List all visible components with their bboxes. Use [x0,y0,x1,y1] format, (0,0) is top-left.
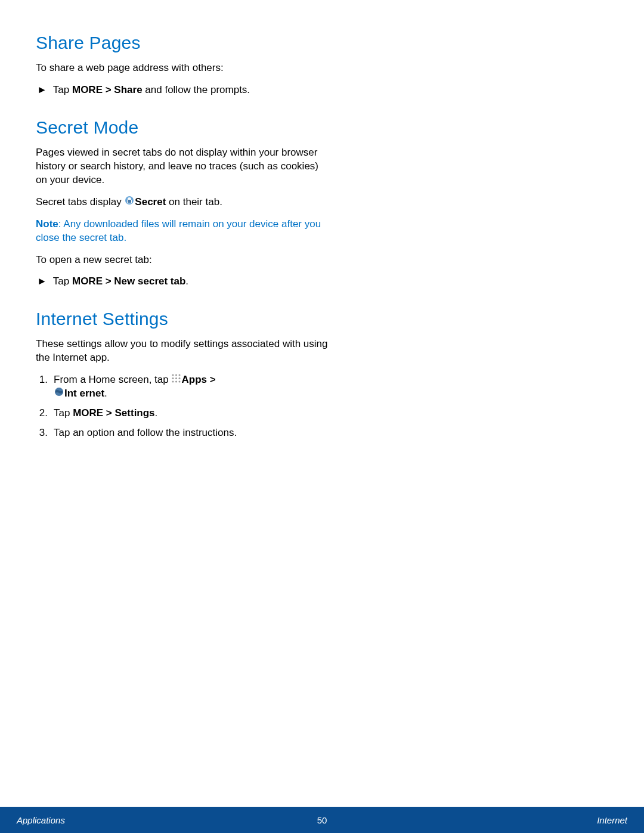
text-suffix: . [104,388,107,399]
text-bold: MORE > Share [72,84,143,95]
settings-step-2: 2. Tap MORE > Settings. [37,407,328,420]
text-suffix: and follow the prompts. [143,84,250,95]
svg-point-4 [179,374,181,376]
secret-p1: Pages viewed in secret tabs do not displ… [36,146,328,187]
svg-point-9 [175,381,177,383]
list-number: 1. [37,373,48,387]
step-text: Tap an option and follow the instruction… [54,426,237,440]
secret-p3: To open a new secret tab: [36,253,328,267]
section-share-pages: Share Pages To share a web page address … [36,33,328,97]
svg-rect-1 [128,200,131,203]
page-footer: Applications 50 Internet [0,807,644,833]
step-text: Tap MORE > Settings. [54,407,157,420]
text-prefix: Secret tabs display [36,196,124,208]
secret-lock-globe-icon [125,196,134,209]
text-bold: Secret [135,196,166,208]
play-arrow-icon: ► [37,83,47,97]
content-column: Share Pages To share a web page address … [36,33,328,440]
list-number: 3. [37,426,48,440]
footer-page-number: 50 [317,815,327,825]
text-internet: Int ernet [64,388,104,399]
settings-intro: These settings allow you to modify setti… [36,337,328,365]
svg-point-3 [175,374,177,376]
share-bullet: ► Tap MORE > Share and follow the prompt… [37,83,328,97]
svg-point-10 [179,381,181,383]
heading-internet-settings: Internet Settings [36,309,328,329]
section-internet-settings: Internet Settings These settings allow y… [36,309,328,440]
svg-point-5 [172,377,174,379]
svg-point-8 [172,381,174,383]
secret-note: Note: Any downloaded files will remain o… [36,218,328,245]
svg-point-2 [172,374,174,376]
secret-bullet: ► Tap MORE > New secret tab. [37,275,328,289]
share-intro: To share a web page address with others: [36,61,328,75]
text-apps: Apps [181,374,207,385]
list-number: 2. [37,407,48,420]
text-prefix: Tap [53,275,72,287]
settings-step-3: 3. Tap an option and follow the instruct… [37,426,328,440]
step-text: From a Home screen, tap Apps > Int ernet… [54,373,216,401]
text-bold: MORE > Settings [73,407,154,419]
secret-bullet-text: Tap MORE > New secret tab. [53,275,188,289]
text-suffix: on their tab. [166,196,222,208]
apps-grid-icon [172,373,181,387]
document-page: Share Pages To share a web page address … [0,0,644,833]
text-prefix: From a Home screen, tap [54,374,171,385]
secret-p2: Secret tabs display Secret on their tab. [36,196,328,209]
text-gt: > [207,374,216,385]
text-prefix: Tap [54,407,73,419]
text-suffix: . [185,275,188,287]
share-bullet-text: Tap MORE > Share and follow the prompts. [53,83,250,97]
settings-step-1: 1. From a Home screen, tap Apps > Int er… [37,373,328,401]
text-bold: MORE > New secret tab [72,275,185,287]
text-prefix: Tap [53,84,72,95]
svg-point-7 [179,377,181,379]
footer-left: Applications [17,815,65,825]
heading-secret-mode: Secret Mode [36,117,328,138]
heading-share-pages: Share Pages [36,33,328,53]
note-text: : Any downloaded files will remain on yo… [36,218,321,243]
note-label: Note [36,218,58,230]
footer-right: Internet [597,815,627,825]
globe-icon [54,387,64,401]
section-secret-mode: Secret Mode Pages viewed in secret tabs … [36,117,328,289]
text-suffix: . [155,407,158,419]
play-arrow-icon: ► [37,275,47,289]
svg-point-6 [175,377,177,379]
